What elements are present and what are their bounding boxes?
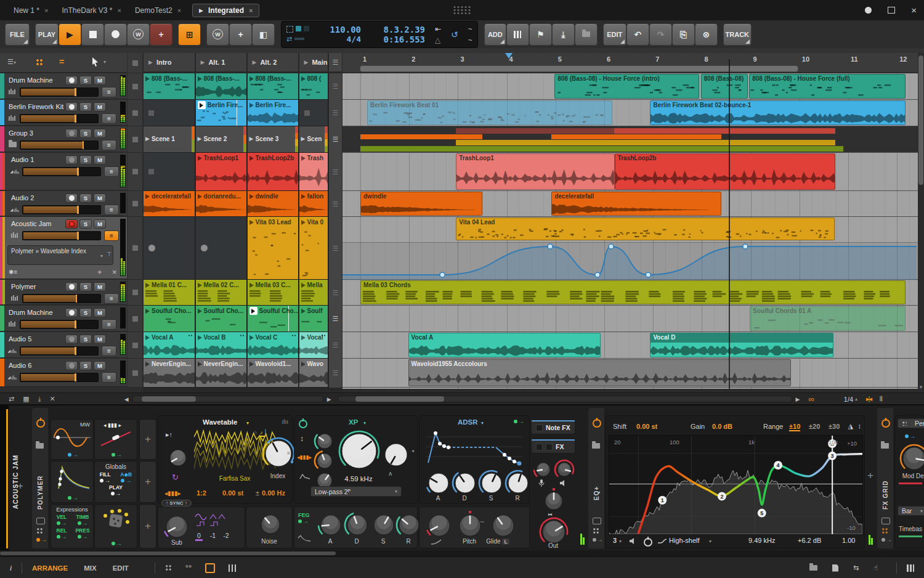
launcher-scrollbar[interactable] [132, 396, 323, 402]
unison-icon[interactable]: ▸↑ [166, 431, 172, 439]
clip-slot-audio-6-9-3[interactable]: Wavo [299, 359, 328, 388]
filter-cutoff-knob[interactable] [338, 429, 381, 474]
follow-icon[interactable]: ⇄ [9, 395, 14, 403]
list-view-icon[interactable]: = [59, 57, 64, 67]
track-row-drum-machine-7[interactable]: Drum MachineSM≡ [0, 306, 127, 332]
launcher-row-menu[interactable]: ☰ [329, 217, 342, 280]
track-name[interactable]: Berlin Firework Kit [9, 103, 63, 110]
clip-stop-cell[interactable] [128, 191, 142, 217]
track-row-audio-1-3[interactable]: Audio 1SM≡ [0, 153, 127, 190]
checkbox-icon[interactable] [546, 444, 553, 450]
project-tab-inthedark-v3[interactable]: InTheDark V3 *× [62, 6, 121, 15]
undo-button[interactable]: ↶ [626, 23, 649, 46]
pin-icon[interactable]: ⊤ [107, 251, 111, 259]
adsr-envelope-display[interactable] [423, 428, 525, 468]
eq-range-10[interactable]: ±10 [789, 423, 800, 431]
record-button[interactable] [104, 23, 127, 46]
fxgrid-device-name[interactable]: FX GRID [882, 454, 889, 510]
metronome-icon[interactable]: △ [435, 36, 441, 44]
device-panel-toggle-icon[interactable] [205, 563, 215, 573]
volume-fader[interactable] [22, 294, 101, 303]
mute-button[interactable]: M [94, 308, 106, 317]
unison-detune-knob[interactable] [166, 446, 190, 471]
scene-play-icon[interactable]: ▶ [304, 59, 309, 65]
clip-slot-audio-2-4-1[interactable]: dorianredu... [196, 191, 247, 217]
play-button[interactable]: ▶ [59, 23, 81, 46]
sub-octave-selector[interactable]: 0 -1 -2 [195, 532, 229, 541]
clip-stop-cell[interactable] [128, 280, 142, 306]
clip-slot-drum-machine-0-1[interactable]: 808 (Bass-... [196, 73, 247, 100]
ruler-bar-9[interactable]: 9 [753, 55, 757, 63]
clip-stop-cell[interactable] [128, 332, 142, 359]
arranger-clip-vocal-a[interactable]: Vocal A [408, 333, 601, 357]
eq-graph[interactable]: ↔12543 [609, 435, 863, 535]
track-menu-button[interactable]: ≡ [102, 372, 116, 383]
track-menu-button[interactable]: ≡ [104, 166, 119, 177]
add-automation-lane-button[interactable]: + [97, 267, 102, 277]
globals-ab[interactable]: A◆B→ [120, 471, 132, 484]
track-name[interactable]: Drum Machine [9, 309, 53, 316]
arranger-row-audio-5-8[interactable]: Vocal AVocal D [342, 332, 918, 359]
clip-slot-audio-1-3-0[interactable] [144, 153, 195, 191]
scene-header-main[interactable]: ▶Main [299, 53, 328, 71]
velocity-knob[interactable] [532, 458, 554, 482]
modulator-lfo[interactable]: MW → [51, 419, 94, 460]
track-height-icon[interactable]: ⫴ [880, 395, 883, 403]
solo-button[interactable]: S [79, 335, 92, 344]
clip-slot-berlin-firework-kit-1-2[interactable]: Berlin Fire... [248, 100, 299, 126]
arranger-row-acoustic-jam-5[interactable]: Vita 04 Lead [342, 217, 918, 280]
record-arm-button[interactable] [65, 308, 78, 317]
noise-tile[interactable]: Noise [246, 507, 293, 548]
mod-grid-icon[interactable] [881, 527, 888, 534]
volume-fader[interactable] [20, 88, 99, 97]
clip-slot-audio-6-9-0[interactable]: NeverEngin... [144, 359, 195, 388]
clip-slot-audio-5-8-3[interactable]: Vocal [299, 332, 328, 359]
glide-knob[interactable] [488, 511, 518, 542]
keytrack-ratio-icon[interactable]: ◂▮▮▮▸ [164, 490, 181, 497]
restore-window-icon[interactable] [888, 7, 895, 14]
clip-slot-acoustic-jam-5-3[interactable]: Vita 0 [299, 217, 328, 280]
note-chain-icon[interactable]: °° [185, 563, 192, 572]
arranger-clip-trashloop2b[interactable]: TrashLoop2b [615, 153, 835, 190]
launcher-row-menu[interactable]: ☰ [329, 306, 342, 333]
clip-slot-polymer-6-3[interactable]: Mella [299, 280, 328, 306]
arranger-clip-vocal-d[interactable]: Vocal D [650, 333, 833, 357]
arranger-clip-vita-04-lead[interactable]: Vita 04 Lead [456, 218, 835, 240]
add-modulator-button[interactable]: + [139, 461, 156, 503]
track-name[interactable]: Audio 5 [9, 335, 31, 343]
band-freq[interactable]: 9.49 kHz [748, 537, 775, 544]
stop-button[interactable] [81, 23, 104, 46]
close-tab-icon[interactable]: × [249, 7, 253, 14]
ruler-bar-2[interactable]: 2 [411, 55, 415, 63]
track-name[interactable]: Group 3 [9, 129, 33, 137]
mod-out-icon[interactable]: → [881, 538, 892, 542]
view-tab-mix[interactable]: MIX [84, 564, 96, 572]
arranger-row-polymer-6[interactable]: Mella 03 Chords [342, 280, 918, 306]
arranger-scrollbar[interactable] [338, 396, 792, 402]
vertical-scrollbar[interactable]: ▼ [918, 53, 924, 393]
arranger-scroll-right-icon[interactable]: ▶ [796, 396, 800, 402]
launcher-row-menu[interactable]: ☰ [329, 100, 342, 127]
follow-playhead-icon[interactable]: ∞ [808, 394, 814, 404]
filter-power-icon[interactable] [299, 420, 307, 428]
engine-status-icon[interactable] [865, 7, 872, 14]
volume-fader[interactable] [20, 320, 99, 329]
clip-slot-acoustic-jam-5-1[interactable] [196, 217, 247, 280]
volume-fader[interactable] [22, 205, 101, 214]
io-panel-icon[interactable]: ⇆ [853, 564, 859, 572]
launcher-record-button[interactable]: ⊞ [178, 23, 201, 46]
overdub-button[interactable]: + [150, 23, 172, 46]
remote-controls-icon[interactable] [36, 518, 45, 524]
sub-level-knob[interactable] [162, 512, 192, 543]
clip-slot-drum-machine-0-3[interactable]: 808 ( [299, 73, 328, 100]
ruler-bar-12[interactable]: 12 [899, 55, 907, 63]
clip-stop-cell[interactable] [128, 153, 142, 191]
mute-button[interactable]: M [94, 282, 106, 291]
add-modulator-button[interactable]: + [139, 419, 156, 460]
delete-button[interactable]: ⊗ [695, 23, 718, 46]
record-arm-button[interactable] [65, 282, 78, 291]
track-name[interactable]: Audio 6 [9, 362, 31, 369]
scroll-down-icon[interactable]: ▼ [918, 385, 923, 390]
sub-oscillator-tile[interactable]: Sub 0 -1 -2 [158, 507, 245, 548]
play-start-marker[interactable] [505, 53, 513, 59]
